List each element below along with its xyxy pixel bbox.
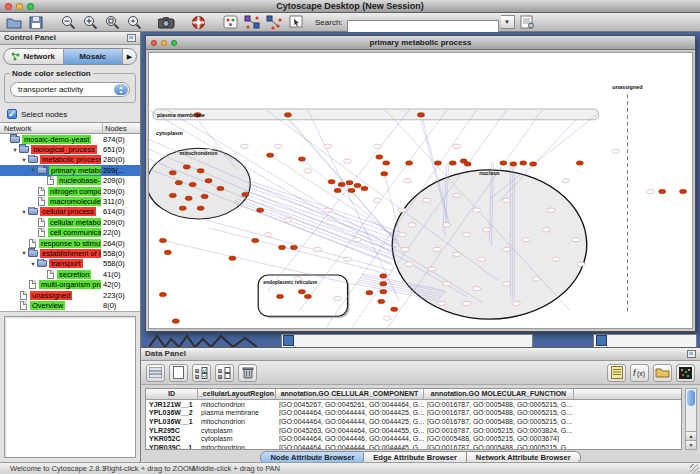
selected-gene-node[interactable]	[500, 161, 507, 166]
search-config-icon[interactable]	[519, 14, 537, 30]
tree-row-establishment-of-lo[interactable]: ▼establishment of lo558(0)	[0, 248, 140, 258]
background-network-silhouette[interactable]	[149, 334, 269, 347]
gene-node[interactable]	[433, 247, 441, 251]
zoom-out-icon[interactable]	[59, 14, 77, 30]
table-row-YLR295C[interactable]: YLR295Ccytoplasm[GO:0045263, GO:0044464,…	[146, 426, 681, 435]
column-header-2[interactable]: annotation.GO CELLULAR_COMPONENT	[276, 389, 424, 399]
snapshot-camera-icon[interactable]	[157, 14, 175, 30]
gene-node[interactable]	[577, 262, 585, 266]
unselect-attributes-icon[interactable]: BB	[215, 364, 234, 382]
gene-node[interactable]	[423, 198, 431, 202]
gene-node[interactable]	[562, 179, 570, 183]
scroll-down-icon[interactable]: ▼	[686, 440, 696, 449]
annotation-icon[interactable]	[287, 14, 305, 30]
selected-gene-node[interactable]	[172, 319, 179, 324]
selected-gene-node[interactable]	[290, 245, 297, 250]
gene-node[interactable]	[463, 301, 471, 305]
gene-node[interactable]	[314, 247, 322, 251]
gene-node[interactable]	[304, 169, 312, 173]
expander-icon[interactable]: ▼	[29, 167, 37, 173]
gene-node[interactable]	[334, 296, 342, 300]
tree-row-nucleobase-[interactable]: nucleobase-209(0)	[0, 176, 140, 186]
save-icon[interactable]	[27, 14, 45, 30]
tab-network[interactable]: Network	[4, 49, 64, 64]
selected-gene-node[interactable]	[278, 245, 285, 250]
selected-gene-node[interactable]	[201, 194, 208, 199]
delete-attribute-trash-icon[interactable]	[238, 364, 257, 382]
background-window[interactable]	[281, 334, 533, 347]
selected-gene-node[interactable]	[185, 196, 192, 201]
selected-gene-node[interactable]	[530, 162, 537, 167]
selected-gene-node[interactable]	[175, 180, 182, 185]
close-button[interactable]	[5, 3, 12, 10]
gene-node[interactable]	[408, 223, 416, 227]
scroll-up-icon[interactable]: ▲	[686, 431, 696, 440]
selected-gene-node[interactable]	[659, 189, 666, 194]
gene-node[interactable]	[502, 198, 510, 202]
new-attribute-icon[interactable]	[169, 364, 188, 382]
gene-node[interactable]	[463, 233, 471, 237]
tab-mosaic[interactable]: Mosaic	[64, 49, 124, 64]
background-window[interactable]	[593, 334, 697, 347]
selected-gene-node[interactable]	[348, 188, 355, 193]
gene-node[interactable]	[344, 257, 352, 261]
select-nodes-checkbox[interactable]: ✓	[7, 109, 17, 119]
expander-icon[interactable]: ▼	[11, 147, 19, 153]
gene-node[interactable]	[478, 257, 486, 261]
selected-gene-node[interactable]	[197, 206, 204, 211]
select-attributes-icon[interactable]: BB	[192, 364, 211, 382]
selected-gene-node[interactable]	[189, 182, 196, 187]
selected-gene-node[interactable]	[679, 189, 686, 194]
gene-node[interactable]	[453, 252, 461, 256]
selected-gene-node[interactable]	[179, 206, 186, 211]
tree-column-network[interactable]: Network	[0, 123, 102, 133]
tree-row-cell-communicat[interactable]: cell communicat22(0)	[0, 228, 140, 238]
expander-icon[interactable]: ▼	[29, 261, 37, 267]
gene-node[interactable]	[483, 228, 491, 232]
gene-node[interactable]	[344, 159, 352, 163]
selected-gene-node[interactable]	[406, 161, 413, 166]
gene-node[interactable]	[542, 228, 550, 232]
gene-node[interactable]	[353, 237, 361, 241]
gene-node[interactable]	[547, 208, 555, 212]
tree-row-unassigned[interactable]: unassigned223(0)	[0, 290, 140, 300]
selected-gene-node[interactable]	[361, 186, 368, 191]
selected-gene-node[interactable]	[229, 256, 236, 261]
gene-node[interactable]	[284, 218, 292, 222]
gene-node[interactable]	[552, 257, 560, 261]
gene-node[interactable]	[522, 237, 530, 241]
tree-row-nitrogen-compo[interactable]: nitrogen compo209(0)	[0, 186, 140, 196]
float-panel-icon[interactable]	[687, 350, 696, 358]
gene-node[interactable]	[240, 144, 248, 148]
tree-row-cellular-process[interactable]: ▼cellular process614(0)	[0, 207, 140, 217]
selected-gene-node[interactable]	[510, 162, 517, 167]
attribute-grid-icon[interactable]	[146, 364, 165, 382]
gene-node[interactable]	[612, 149, 620, 153]
tree-row-secretion[interactable]: secretion41(0)	[0, 269, 140, 279]
tree-row-multi-organism-pro[interactable]: multi-organism pro42(0)	[0, 279, 140, 289]
matrix-icon[interactable]	[676, 364, 695, 382]
gene-node[interactable]	[532, 277, 540, 281]
selected-gene-node[interactable]	[169, 171, 176, 176]
gene-node[interactable]	[473, 208, 481, 212]
resize-grip[interactable]	[690, 464, 699, 473]
expander-icon[interactable]: ▼	[20, 250, 28, 256]
table-row-YJR121W__1[interactable]: YJR121W__1mitochondrion[GO:0045267, GO:0…	[146, 400, 681, 409]
selected-gene-node[interactable]	[197, 169, 204, 174]
network-canvas[interactable]: plasma membrane cytoplasm mitochondrion …	[148, 52, 693, 329]
selected-gene-node[interactable]	[391, 307, 398, 312]
gene-node[interactable]	[403, 179, 411, 183]
column-header-0[interactable]: ID	[146, 389, 198, 399]
selected-gene-node[interactable]	[381, 172, 388, 177]
expander-icon[interactable]: ▼	[20, 209, 28, 215]
gene-node[interactable]	[324, 208, 332, 212]
zoom-button[interactable]	[171, 40, 177, 46]
gene-node[interactable]	[274, 144, 282, 148]
tree-row-response-to-stimulu[interactable]: response to stimulu264(0)	[0, 238, 140, 248]
gene-node[interactable]	[405, 262, 413, 266]
tree-row-primary-metabolic[interactable]: ▼primary metabolic209(...	[0, 165, 140, 175]
selected-gene-node[interactable]	[378, 299, 385, 304]
gene-node[interactable]	[373, 198, 381, 202]
selected-gene-node[interactable]	[376, 155, 383, 160]
selected-gene-node[interactable]	[380, 274, 387, 279]
